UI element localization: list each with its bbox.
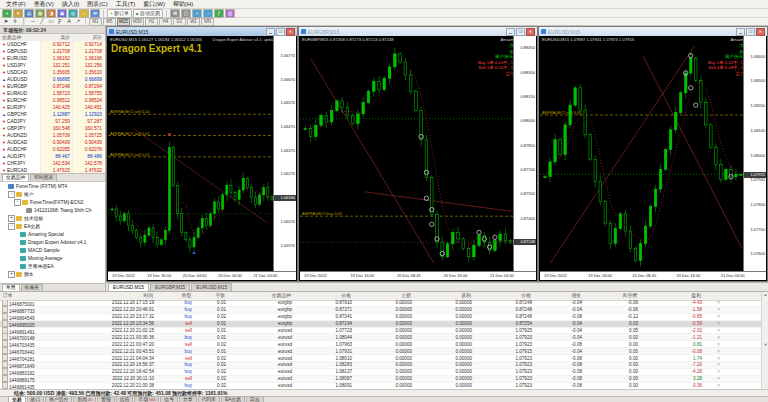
terminal-col-4[interactable]: 交易品种	[228, 292, 294, 300]
mw-col-1[interactable]: 卖价	[40, 34, 72, 41]
trade-row[interactable]: 14468891752022.12.20 20:11:10sell0.02eur…	[0, 376, 761, 383]
terminal-tab-6[interactable]: 市场500	[134, 396, 159, 402]
minimize-button[interactable]: ▁	[266, 28, 275, 36]
fibonacci-icon[interactable]: Ƒ	[56, 18, 64, 25]
price-axis[interactable]: 0.884500.883000.881500.880000.878500.877…	[513, 36, 536, 272]
menu-item-1[interactable]: 查看(V)	[31, 0, 57, 9]
close-trade-button[interactable]: ×	[704, 342, 722, 347]
period-button-m15[interactable]: M15	[117, 18, 130, 26]
navigator-item[interactable]: 至尊神器EA	[0, 262, 105, 270]
close-trade-button[interactable]: ×	[704, 349, 722, 354]
market-watch-row[interactable]: ▼EURGBP0.872480.87264	[0, 83, 105, 90]
terminal-col-9[interactable]: 佣金	[534, 292, 584, 300]
menu-item-2[interactable]: 插入(I)	[59, 0, 83, 9]
terminal-tab-2[interactable]: 账户历史	[45, 396, 72, 402]
terminal-tab-3[interactable]: 新闻45	[73, 396, 96, 402]
terminal-tab-8[interactable]: 文章	[179, 396, 197, 402]
crosshair-icon[interactable]: ✛	[11, 18, 19, 25]
market-watch-row[interactable]: ▲AUDJPY88.46788.486	[0, 153, 105, 160]
market-watch-row[interactable]: ▼EURUSD1.061621.06166	[0, 55, 105, 62]
new-chart-icon[interactable]: +	[2, 9, 12, 18]
market-watch-row[interactable]: ▲AUDUSD0.668950.66899	[0, 76, 105, 83]
navigator-item[interactable]: -EA交易	[0, 222, 105, 230]
price-axis[interactable]: 1.067701.066701.065701.064701.063701.062…	[273, 36, 296, 272]
restore-button[interactable]: ❐	[516, 28, 525, 36]
menu-item-3[interactable]: 图表(C)	[84, 0, 110, 9]
collapse-icon[interactable]: -	[14, 199, 21, 206]
navigator-item[interactable]: +脚本	[0, 270, 105, 278]
mailbox-icon[interactable]: ✉	[90, 9, 100, 18]
terminal-tab-4[interactable]: 警报	[97, 396, 115, 402]
terminal-col-7[interactable]: 获利	[414, 292, 474, 300]
navigator-item[interactable]: Dragon Expert Advisor v4.1	[0, 238, 105, 246]
chart-window-0[interactable]: EURUSD,M15▁❐✕AVERAGE#2 sell 0.04AVERAGE#…	[106, 26, 298, 282]
terminal-tab-11[interactable]: 日志	[246, 396, 264, 402]
indicators-icon[interactable]: ƒ	[214, 9, 224, 18]
close-trade-button[interactable]: ×	[704, 321, 722, 326]
close-trade-button[interactable]: ×	[704, 383, 722, 388]
trade-row[interactable]: 14467041812022.12.21 04:04:34sell0.02eur…	[0, 355, 761, 362]
market-watch-row[interactable]: ▼CHFJPY142.534142.578	[0, 160, 105, 167]
period-button-m30[interactable]: M30	[131, 18, 144, 26]
chart-window-1[interactable]: EURGBP,M15▁❐✕AVERAGE#2 buy 0.02EURGBP,M1…	[298, 26, 538, 282]
trade-row[interactable]: 14468716492022.12.20 16:56:37buy0.02euru…	[0, 362, 761, 369]
market-watch-row[interactable]: ▼USDCAD1.356051.35610	[0, 69, 105, 76]
text-icon[interactable]: A	[65, 18, 73, 25]
period-button-d1[interactable]: D1	[173, 18, 186, 26]
chart-body[interactable]: AVERAGE#2 buy 0.02EURGBP,M15 0.87268 0.8…	[300, 36, 536, 272]
time-axis[interactable]: 19 Dec 202219 Dec 16:0020 Dec 08:4520 De…	[540, 271, 766, 280]
menu-item-0[interactable]: 文件(F)	[3, 0, 29, 9]
terminal-col-2[interactable]: 类型	[156, 292, 194, 300]
terminal-icon[interactable]: ▣	[57, 9, 67, 18]
market-watch-row[interactable]: ▼EURCHF0.985120.98524	[0, 97, 105, 104]
market-watch-row[interactable]: ▼CADJPY97.25997.287	[0, 118, 105, 125]
market-watch-row[interactable]: ▲GBPCHF1.128871.12923	[0, 111, 105, 118]
terminal-tab-0[interactable]: 交易	[8, 396, 26, 402]
chart-title-bar[interactable]: EURUSD,M15▁❐✕	[107, 27, 297, 36]
period-button-m5[interactable]: M5	[103, 18, 116, 26]
chart-tab-2[interactable]: EURUSD,M15	[191, 283, 232, 291]
templates-icon[interactable]: ▥	[225, 9, 235, 18]
chart-body[interactable]: AVERAGE#2 sell 0.02EURUSD,M15 1.07887 1.…	[540, 36, 766, 272]
terminal-tab-7[interactable]: 信号	[160, 396, 178, 402]
chart-tab-0[interactable]: EURUSD,M15	[108, 283, 149, 291]
navigator-tab-0[interactable]: 常用	[2, 284, 20, 291]
navigator-item[interactable]: 141131068: Tsang Shih Ch	[0, 206, 105, 214]
trade-row[interactable]: 14468914912022.12.20 21:02:15sell0.01eur…	[0, 328, 761, 335]
strategy-tester-icon[interactable]: ◎	[68, 9, 78, 18]
close-trade-button[interactable]: ×	[704, 300, 722, 305]
period-button-h4[interactable]: H4	[159, 18, 172, 26]
close-button[interactable]: ✕	[756, 28, 765, 36]
terminal-col-11[interactable]: 盈利	[640, 292, 704, 300]
restore-button[interactable]: ❐	[746, 28, 755, 36]
navigator-item[interactable]: Amazing Special	[0, 230, 105, 238]
minimize-button[interactable]: ▁	[736, 28, 745, 36]
market-watch-row[interactable]: ▼EURJPY140.425140.451	[0, 104, 105, 111]
zoom-in-icon[interactable]: ＋	[192, 9, 202, 18]
navigator-tab-1[interactable]: 收藏夹	[21, 284, 43, 291]
time-axis[interactable]: 19 Dec 202219 Dec 16:0020 Dec 04:0020 De…	[108, 271, 296, 280]
close-trade-button[interactable]: ×	[704, 369, 722, 374]
trendline-icon[interactable]: ╱	[38, 18, 46, 25]
vline-icon[interactable]: │	[20, 18, 28, 25]
price-axis[interactable]: 1.084001.083001.082001.081001.080001.079…	[743, 36, 766, 272]
expand-icon[interactable]: +	[8, 215, 15, 222]
expand-icon[interactable]: +	[8, 271, 15, 278]
terminal-tab-1[interactable]: 敞口	[27, 396, 45, 402]
terminal-col-6[interactable]: 止损	[354, 292, 414, 300]
terminal-tab-9[interactable]: 代码库	[198, 396, 220, 402]
close-button[interactable]: ✕	[286, 28, 295, 36]
tile-windows-icon[interactable]: ⊞	[170, 9, 180, 18]
collapse-icon[interactable]: -	[8, 223, 15, 230]
arrow-icon[interactable]: ↗	[74, 18, 82, 25]
market-watch-tab-1[interactable]: 即时图表	[30, 174, 57, 181]
period-button-mn[interactable]: MN	[201, 18, 214, 26]
chart-tab-1[interactable]: EURGBP,M15	[150, 283, 190, 291]
terminal-tab-10[interactable]: EA交易	[221, 396, 245, 402]
menu-item-6[interactable]: 帮助(H)	[170, 0, 196, 9]
period-button-w1[interactable]: W1	[187, 18, 200, 26]
close-trade-button[interactable]: ×	[704, 335, 722, 340]
alerts-icon[interactable]: ♪	[79, 9, 89, 18]
restore-button[interactable]: ❐	[276, 28, 285, 36]
trade-row[interactable]: 14467001482022.12.21 00:30:36buy0.01euru…	[0, 334, 761, 341]
